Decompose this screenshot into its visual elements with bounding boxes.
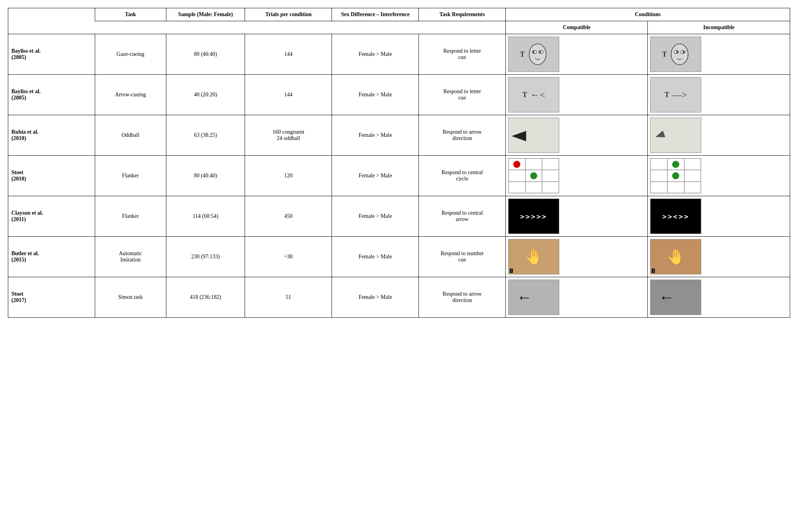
compatible-cell: ← [506, 277, 648, 318]
study-cell: Butler et al. (2015) [8, 237, 95, 277]
compatible-cell: T [506, 34, 648, 75]
sample-cell: 80 (40:40) [166, 34, 245, 75]
trials-cell: 144 [245, 34, 332, 75]
header-trials: Trials per condition [245, 8, 332, 21]
taskreq-cell: Respond to lettercue [419, 34, 506, 75]
header-task: Task [95, 8, 166, 21]
compatible-cell: >>>>> [506, 196, 648, 237]
trials-cell: ~30 [245, 237, 332, 277]
incompatible-cell [648, 156, 790, 196]
sample-cell: 40 (20:20) [166, 75, 245, 115]
taskreq-cell: Respond to numbercue [419, 237, 506, 277]
sample-cell: 80 (40:40) [166, 156, 245, 196]
sexdiff-cell: Female > Male [332, 75, 419, 115]
incompatible-cell: T —> [648, 75, 790, 115]
table-row: Stoet (2010)Flanker80 (40:40)120Female >… [8, 156, 790, 196]
task-cell: Arrow-cueing [95, 75, 166, 115]
sample-cell: 418 (236:182) [166, 277, 245, 318]
study-cell: Stoet (2010) [8, 156, 95, 196]
header-taskreq: Task Requirements [419, 8, 506, 21]
compatible-cell: T ←< [506, 75, 648, 115]
header-compatible: Compatible [506, 21, 648, 34]
sexdiff-cell: Female > Male [332, 237, 419, 277]
header-conditions: Conditions [506, 8, 790, 21]
svg-point-8 [676, 51, 678, 53]
study-cell: Clayson et al. (2011) [8, 196, 95, 237]
header-row-2: CompatibleIncompatible [8, 21, 790, 34]
compatible-cell: ◀ [506, 115, 648, 156]
table-row: Butler et al. (2015)AutomaticImitation23… [8, 237, 790, 277]
compatible-cell [506, 156, 648, 196]
sample-cell: 114 (60:54) [166, 196, 245, 237]
task-cell: Gaze-cueing [95, 34, 166, 75]
sexdiff-cell: Female > Male [332, 277, 419, 318]
task-cell: Oddball [95, 115, 166, 156]
incompatible-cell: ← [648, 277, 790, 318]
svg-point-4 [539, 51, 541, 53]
header-incompatible: Incompatible [648, 21, 790, 34]
sexdiff-cell: Female > Male [332, 34, 419, 75]
study-cell: Bayliss et al. (2005) [8, 34, 95, 75]
trials-cell: 450 [245, 196, 332, 237]
main-table: TaskSample (Male: Female)Trials per cond… [8, 8, 790, 318]
sexdiff-cell: Female > Male [332, 196, 419, 237]
task-cell: Flanker [95, 196, 166, 237]
svg-point-0 [529, 44, 546, 64]
header-sexdiff: Sex Difference – Interference [332, 8, 419, 21]
trials-cell: 160 congruent24 oddball [245, 115, 332, 156]
task-cell: AutomaticImitation [95, 237, 166, 277]
study-cell: Bayliss et al. (2005) [8, 75, 95, 115]
sexdiff-cell: Female > Male [332, 115, 419, 156]
table-row: Bayliss et al. (2005)Arrow-cueing40 (20:… [8, 75, 790, 115]
incompatible-cell: T [648, 34, 790, 75]
incompatible-cell: >><>> [648, 196, 790, 237]
task-cell: Simon task [95, 277, 166, 318]
trials-cell: 120 [245, 156, 332, 196]
taskreq-cell: Respond to centralarrow [419, 196, 506, 237]
study-cell: Stoet (2017) [8, 277, 95, 318]
incompatible-cell: ◀ [648, 115, 790, 156]
trials-cell: 51 [245, 277, 332, 318]
taskreq-cell: Respond to centralcircle [419, 156, 506, 196]
taskreq-cell: Respond to arrowdirection [419, 115, 506, 156]
taskreq-cell: Respond to lettercue [419, 75, 506, 115]
sample-cell: 230 (97:133) [166, 237, 245, 277]
trials-cell: 144 [245, 75, 332, 115]
taskreq-cell: Respond to arrowdirection [419, 277, 506, 318]
svg-point-9 [683, 51, 685, 53]
compatible-cell: 🤚 1 [506, 237, 648, 277]
svg-point-3 [533, 51, 535, 53]
table-row: Clayson et al. (2011)Flanker114 (60:54)4… [8, 196, 790, 237]
task-cell: Flanker [95, 156, 166, 196]
header-sample: Sample (Male: Female) [166, 8, 245, 21]
svg-point-5 [671, 44, 688, 64]
sample-cell: 63 (38:25) [166, 115, 245, 156]
header-row-1: TaskSample (Male: Female)Trials per cond… [8, 8, 790, 21]
table-row: Bayliss et al. (2005)Gaze-cueing80 (40:4… [8, 34, 790, 75]
sexdiff-cell: Female > Male [332, 156, 419, 196]
table-row: Stoet (2017)Simon task418 (236:182)51Fem… [8, 277, 790, 318]
table-row: Rubia et al. (2010)Oddball63 (38:25)160 … [8, 115, 790, 156]
study-cell: Rubia et al. (2010) [8, 115, 95, 156]
incompatible-cell: 🤚 1 [648, 237, 790, 277]
